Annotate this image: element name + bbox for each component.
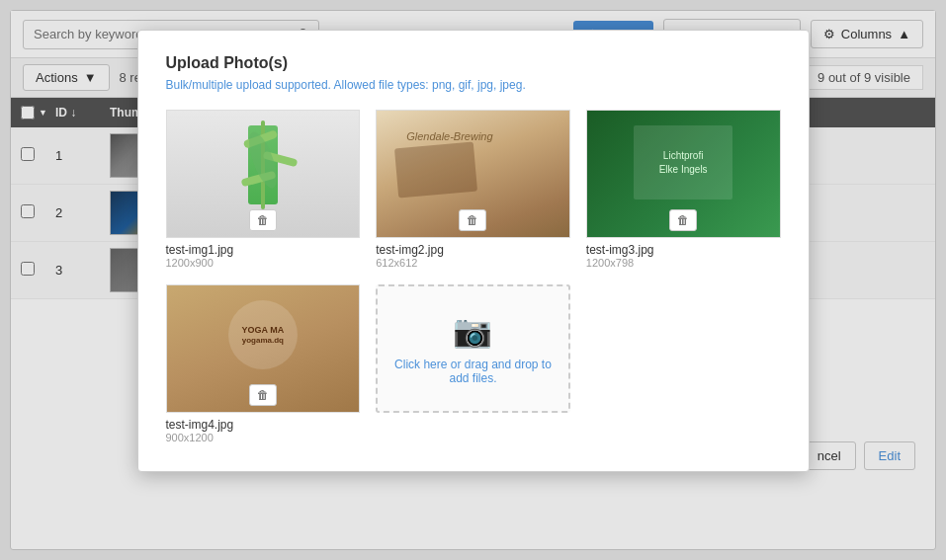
photo-2-name: test-img2.jpg (376, 243, 444, 257)
photo-frame-1: 🗑 (166, 110, 361, 238)
photo-item-3: LichtprofiElke Ingels 🗑 test-img3.jpg 12… (586, 110, 781, 269)
upload-placeholder-item: 📷 Click here or drag and drop to add fil… (376, 284, 570, 443)
photo-2-dims: 612x612 (376, 257, 417, 269)
camera-icon: 📷 (453, 312, 492, 350)
photo-item-4: YOGA MAyogama.dq 🗑 test-img4.jpg 900x120… (166, 284, 361, 443)
photo-item-1: 🗑 test-img1.jpg 1200x900 (166, 110, 361, 269)
photo-3-name: test-img3.jpg (586, 243, 654, 257)
delete-photo-4-button[interactable]: 🗑 (249, 384, 277, 406)
upload-dropzone[interactable]: 📷 Click here or drag and drop to add fil… (376, 284, 570, 413)
photo-4-dims: 900x1200 (166, 432, 214, 443)
upload-modal: Upload Photo(s) Bulk/multiple upload sup… (137, 30, 810, 472)
photo-1-name: test-img1.jpg (166, 243, 234, 257)
photo-item-2: Glendale-Brewing 🗑 test-img2.jpg 612x612 (376, 110, 570, 269)
photo-grid: 🗑 test-img1.jpg 1200x900 Glendale-Brewin… (166, 110, 781, 443)
photo-4-name: test-img4.jpg (166, 418, 234, 432)
delete-photo-3-button[interactable]: 🗑 (669, 209, 697, 231)
photo-frame-2: Glendale-Brewing 🗑 (376, 110, 570, 238)
delete-photo-1-button[interactable]: 🗑 (249, 209, 277, 231)
photo-3-dims: 1200x798 (586, 257, 634, 269)
photo-frame-3: LichtprofiElke Ingels 🗑 (586, 110, 781, 238)
modal-title: Upload Photo(s) (166, 54, 781, 72)
upload-placeholder-text: Click here or drag and drop to add files… (378, 358, 568, 385)
modal-overlay: Upload Photo(s) Bulk/multiple upload sup… (0, 0, 946, 560)
delete-photo-2-button[interactable]: 🗑 (459, 209, 486, 231)
photo-1-dims: 1200x900 (166, 257, 214, 269)
photo-frame-4: YOGA MAyogama.dq 🗑 (166, 284, 361, 413)
modal-subtitle: Bulk/multiple upload supported. Allowed … (166, 78, 781, 92)
